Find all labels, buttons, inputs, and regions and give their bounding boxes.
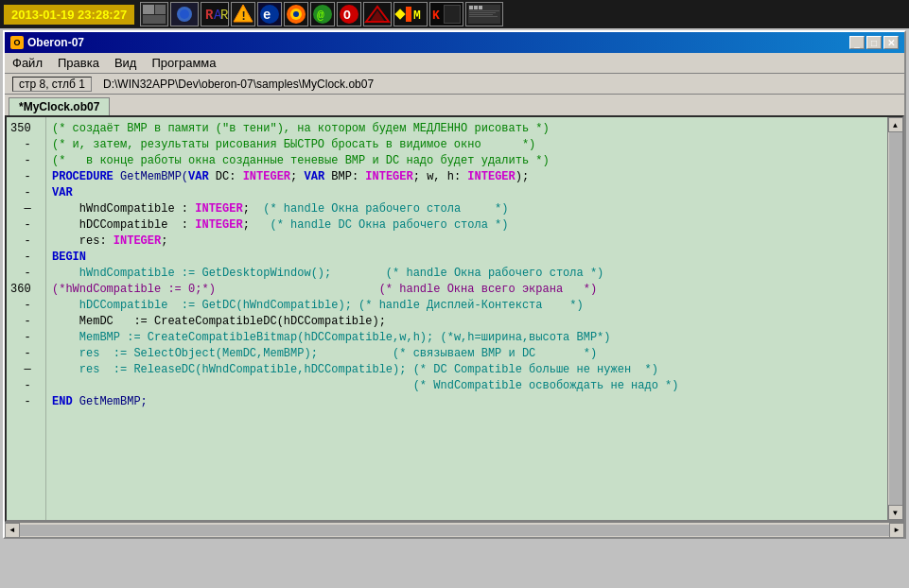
window-title: Oberon-07 bbox=[27, 36, 84, 49]
taskbar-icon-11[interactable]: K bbox=[429, 2, 463, 26]
svg-text:K: K bbox=[432, 9, 440, 23]
svg-rect-38 bbox=[469, 10, 499, 11]
close-button[interactable]: ✕ bbox=[883, 36, 899, 49]
title-bar: O Oberon-07 _ □ ✕ bbox=[5, 32, 904, 53]
taskbar-icons: RAR ! e @ O M K bbox=[140, 2, 503, 26]
minimize-button[interactable]: _ bbox=[849, 36, 865, 49]
scroll-track-h[interactable] bbox=[20, 525, 889, 536]
editor-area[interactable]: 350 - - - - — - - - - 360 - - - - — - - … bbox=[5, 115, 904, 522]
taskbar-icon-1[interactable] bbox=[140, 2, 168, 26]
taskbar-icon-7[interactable]: @ bbox=[310, 2, 335, 26]
svg-text:O: O bbox=[343, 9, 351, 23]
main-window: O Oberon-07 _ □ ✕ Файл Правка Вид Програ… bbox=[3, 30, 906, 539]
svg-text:@: @ bbox=[317, 9, 324, 23]
menu-file[interactable]: Файл bbox=[9, 55, 46, 71]
svg-text:R: R bbox=[205, 8, 214, 23]
taskbar-icon-3[interactable]: RAR bbox=[201, 2, 229, 26]
svg-rect-32 bbox=[445, 6, 460, 23]
svg-rect-3 bbox=[143, 15, 166, 24]
horizontal-scrollbar[interactable]: ◄ ► bbox=[5, 522, 904, 537]
window-controls: _ □ ✕ bbox=[849, 36, 899, 49]
taskbar-icon-2[interactable] bbox=[170, 2, 199, 26]
svg-rect-27 bbox=[406, 7, 411, 22]
status-bar: стр 8, стлб 1 D:\WIN32APP\Dev\oberon-07\… bbox=[5, 74, 904, 95]
svg-text:M: M bbox=[413, 9, 421, 23]
svg-rect-41 bbox=[469, 16, 498, 17]
code-content[interactable]: (* создаёт BMP в памяти ("в тени"), на к… bbox=[46, 117, 887, 520]
svg-rect-37 bbox=[479, 6, 482, 9]
taskbar-icon-12[interactable] bbox=[465, 2, 503, 26]
scroll-up-button[interactable]: ▲ bbox=[888, 117, 903, 132]
taskbar: 2013-01-19 23:28:27 RAR ! e @ O M bbox=[0, 0, 909, 28]
svg-point-17 bbox=[293, 11, 299, 17]
svg-rect-39 bbox=[469, 12, 496, 13]
svg-text:e: e bbox=[263, 8, 271, 23]
svg-rect-36 bbox=[474, 6, 478, 9]
svg-text:R: R bbox=[220, 8, 228, 23]
title-text: O Oberon-07 bbox=[10, 36, 84, 49]
svg-rect-35 bbox=[469, 6, 473, 9]
svg-rect-1 bbox=[143, 5, 154, 14]
taskbar-icon-8[interactable]: O bbox=[337, 2, 361, 26]
taskbar-icon-5[interactable]: e bbox=[257, 2, 282, 26]
svg-text:!: ! bbox=[240, 10, 247, 24]
svg-point-6 bbox=[180, 9, 189, 19]
scroll-right-button[interactable]: ► bbox=[889, 523, 904, 538]
vertical-scrollbar[interactable]: ▲ ▼ bbox=[887, 117, 902, 520]
taskbar-icon-9[interactable] bbox=[363, 2, 392, 26]
scroll-left-button[interactable]: ◄ bbox=[5, 523, 20, 538]
tab-bar: *MyClock.ob07 bbox=[5, 95, 904, 115]
menu-edit[interactable]: Правка bbox=[54, 55, 103, 71]
taskbar-icon-6[interactable] bbox=[284, 2, 308, 26]
maximize-button[interactable]: □ bbox=[866, 36, 882, 49]
line-numbers: 350 - - - - — - - - - 360 - - - - — - - bbox=[7, 117, 46, 520]
window-icon: O bbox=[10, 36, 24, 49]
cursor-position: стр 8, стлб 1 bbox=[12, 77, 92, 92]
menu-view[interactable]: Вид bbox=[111, 55, 141, 71]
scroll-track-v[interactable] bbox=[889, 132, 902, 505]
svg-rect-40 bbox=[469, 14, 493, 15]
svg-rect-2 bbox=[155, 5, 166, 14]
menu-bar: Файл Правка Вид Программа bbox=[5, 53, 904, 74]
menu-program[interactable]: Программа bbox=[148, 55, 219, 71]
taskbar-icon-4[interactable]: ! bbox=[231, 2, 255, 26]
scroll-down-button[interactable]: ▼ bbox=[888, 505, 903, 520]
tab-myclock[interactable]: *MyClock.ob07 bbox=[9, 97, 110, 115]
clock-display: 2013-01-19 23:28:27 bbox=[4, 5, 134, 25]
file-path: D:\WIN32APP\Dev\oberon-07\samples\MyCloc… bbox=[103, 78, 374, 91]
taskbar-icon-10[interactable]: M bbox=[393, 2, 428, 26]
